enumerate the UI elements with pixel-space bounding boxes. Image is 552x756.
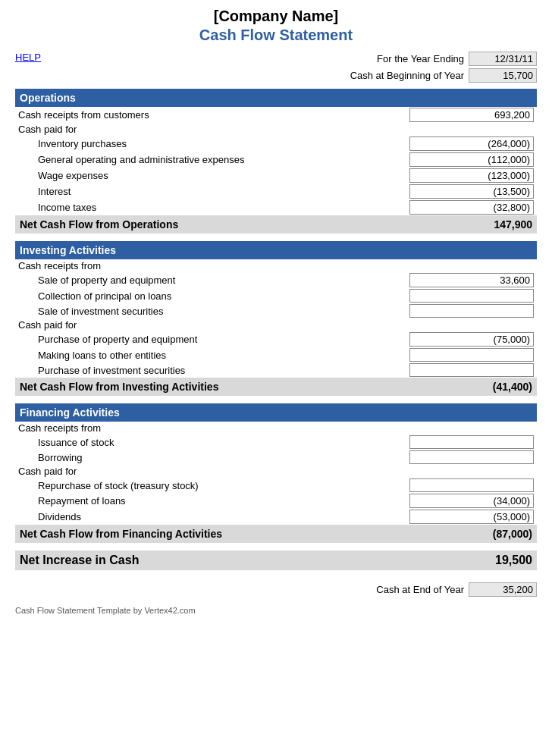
- row-value: [406, 288, 537, 303]
- row-value: [406, 422, 537, 434]
- net-increase-label: Net Increase in Cash: [15, 551, 406, 570]
- operations-header: Operations: [15, 89, 537, 107]
- row-label: Cash paid for: [15, 318, 406, 331]
- table-row: Borrowing: [15, 450, 537, 465]
- financing-header: Financing Activities: [15, 403, 537, 422]
- value-box: 33,600: [409, 273, 534, 287]
- value-box: (112,000): [409, 152, 534, 167]
- row-label: Cash receipts from: [15, 259, 406, 272]
- operations-net-label: Net Cash Flow from Operations: [15, 215, 406, 234]
- table-row: Wage expenses(123,000): [15, 168, 537, 184]
- net-increase-table: Net Increase in Cash 19,500: [15, 551, 537, 570]
- row-value: (34,000): [406, 493, 537, 509]
- row-label: Inventory purchases: [15, 136, 406, 152]
- year-ending-value: 12/31/11: [469, 52, 537, 66]
- operations-net-row: Net Cash Flow from Operations 147,900: [15, 215, 537, 234]
- cash-end-label: Cash at End of Year: [376, 584, 464, 595]
- table-row: Repayment of loans(34,000): [15, 493, 537, 509]
- value-box: (34,000): [409, 494, 534, 508]
- investing-table: Cash receipts fromSale of property and e…: [15, 259, 537, 396]
- row-label: Wage expenses: [15, 168, 406, 184]
- header-section: HELP For the Year Ending 12/31/11 Cash a…: [15, 52, 537, 83]
- row-label: Repurchase of stock (treasury stock): [15, 478, 406, 493]
- value-box-empty: [409, 450, 534, 464]
- row-value: (75,000): [406, 331, 537, 347]
- table-row: Dividends(53,000): [15, 509, 537, 525]
- financing-net-row: Net Cash Flow from Financing Activities …: [15, 525, 537, 543]
- value-box-empty: [409, 289, 534, 303]
- table-row: Making loans to other entities: [15, 347, 537, 362]
- row-value: [406, 318, 537, 331]
- financing-net-value: (87,000): [406, 525, 537, 543]
- table-row: Income taxes(32,800): [15, 199, 537, 215]
- value-box: (264,000): [409, 136, 534, 151]
- cash-beginning-value: 15,700: [469, 68, 537, 83]
- table-row: Interest(13,500): [15, 184, 537, 199]
- table-row: Purchase of investment securities: [15, 362, 537, 378]
- row-value: 33,600: [406, 272, 537, 288]
- row-label: Borrowing: [15, 450, 406, 465]
- financing-table: Cash receipts fromIssuance of stockBorro…: [15, 422, 537, 543]
- row-label: Cash receipts from: [15, 422, 406, 434]
- investing-net-value: (41,400): [406, 378, 537, 396]
- value-box-empty: [409, 348, 534, 362]
- row-label: Purchase of property and equipment: [15, 331, 406, 347]
- value-box-empty: [409, 435, 534, 449]
- row-label: Sale of property and equipment: [15, 272, 406, 288]
- row-value: (53,000): [406, 509, 537, 525]
- row-label: Sale of investment securities: [15, 303, 406, 318]
- cash-beginning-label: Cash at Beginning of Year: [350, 70, 464, 81]
- row-value: (264,000): [406, 136, 537, 152]
- row-value: [406, 434, 537, 450]
- row-value: [406, 450, 537, 465]
- row-label: Collection of principal on loans: [15, 288, 406, 303]
- net-increase-row: Net Increase in Cash 19,500: [15, 551, 537, 570]
- row-value: (123,000): [406, 168, 537, 184]
- row-value: (32,800): [406, 199, 537, 215]
- row-value: [406, 465, 537, 478]
- row-label: Issuance of stock: [15, 434, 406, 450]
- statement-title: Cash Flow Statement: [15, 27, 537, 44]
- row-label: Interest: [15, 184, 406, 199]
- table-row: Cash receipts from customers693,200: [15, 107, 537, 123]
- cash-end-row: Cash at End of Year 35,200: [15, 582, 537, 597]
- row-label: Repayment of loans: [15, 493, 406, 509]
- table-row: Collection of principal on loans: [15, 288, 537, 303]
- row-label: Making loans to other entities: [15, 347, 406, 362]
- row-label: Cash paid for: [15, 465, 406, 478]
- cash-beginning-row: Cash at Beginning of Year 15,700: [350, 68, 537, 83]
- row-value: [406, 303, 537, 318]
- table-row: General operating and administrative exp…: [15, 152, 537, 168]
- value-box: (123,000): [409, 168, 534, 183]
- row-label: Cash receipts from customers: [15, 107, 406, 123]
- year-ending-label: For the Year Ending: [377, 53, 464, 64]
- table-row: Cash paid for: [15, 318, 537, 331]
- value-box-empty: [409, 363, 534, 377]
- value-box-empty: [409, 478, 534, 492]
- financing-net-label: Net Cash Flow from Financing Activities: [15, 525, 406, 543]
- row-value: (13,500): [406, 184, 537, 199]
- row-value: [406, 347, 537, 362]
- row-value: [406, 259, 537, 272]
- row-label: Purchase of investment securities: [15, 362, 406, 378]
- header-right: For the Year Ending 12/31/11 Cash at Beg…: [350, 52, 537, 83]
- cash-end-value: 35,200: [469, 582, 537, 597]
- operations-table: Cash receipts from customers693,200Cash …: [15, 107, 537, 234]
- row-label: Dividends: [15, 509, 406, 525]
- table-row: Repurchase of stock (treasury stock): [15, 478, 537, 493]
- investing-net-label: Net Cash Flow from Investing Activities: [15, 378, 406, 396]
- table-row: Sale of investment securities: [15, 303, 537, 318]
- table-row: Cash receipts from: [15, 422, 537, 434]
- value-box: 693,200: [409, 108, 534, 122]
- row-label: Cash paid for: [15, 123, 406, 136]
- table-row: Cash paid for: [15, 465, 537, 478]
- help-link[interactable]: HELP: [15, 52, 41, 63]
- row-value: [406, 362, 537, 378]
- row-value: [406, 478, 537, 493]
- investing-header: Investing Activities: [15, 241, 537, 259]
- operations-net-value: 147,900: [406, 215, 537, 234]
- table-row: Sale of property and equipment33,600: [15, 272, 537, 288]
- investing-net-row: Net Cash Flow from Investing Activities …: [15, 378, 537, 396]
- row-label: General operating and administrative exp…: [15, 152, 406, 168]
- value-box-empty: [409, 304, 534, 318]
